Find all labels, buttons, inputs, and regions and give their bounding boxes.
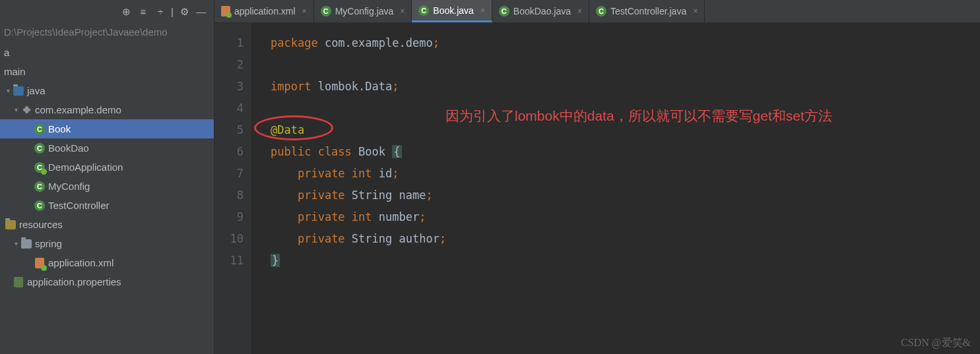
file-demoapplication[interactable]: C DemoApplication <box>0 158 214 177</box>
tab-label: Book.java <box>433 5 473 16</box>
class-icon: C <box>596 6 606 16</box>
class-icon: C <box>33 200 46 211</box>
folder-java[interactable]: ▾ java <box>0 81 214 100</box>
close-icon[interactable]: × <box>400 7 405 16</box>
tab-label: application.xml <box>234 6 296 16</box>
file-book[interactable]: C Book <box>0 119 214 138</box>
folder-resources[interactable]: resources <box>0 215 214 234</box>
tab-label: TestController.java <box>610 6 686 16</box>
folder-icon <box>12 86 25 96</box>
class-icon: C <box>418 5 429 16</box>
close-icon[interactable]: × <box>577 7 582 16</box>
watermark: CSDN @爱笑& <box>901 336 971 350</box>
project-tree: a main ▾ java ▾ com.example.demo C Book … <box>0 43 214 291</box>
chevron-down-icon: ▾ <box>4 82 12 100</box>
folder-icon <box>20 239 33 249</box>
tab-testcontroller[interactable]: C TestController.java × <box>589 0 705 22</box>
project-sidebar: ⊕ ≡ ÷ | ⚙ — D:\Projects\IdeaProject\Java… <box>0 0 214 354</box>
class-icon: C <box>321 6 331 16</box>
code-area[interactable]: package com.example.demo; import lombok.… <box>251 23 980 354</box>
class-icon: C <box>33 162 46 173</box>
file-testcontroller[interactable]: C TestController <box>0 196 214 215</box>
class-icon: C <box>33 143 46 154</box>
editor-tabs: application.xml × C MyConfig.java × C Bo… <box>214 0 980 23</box>
properties-icon <box>12 277 25 287</box>
file-application-xml[interactable]: application.xml <box>0 253 214 272</box>
chevron-down-icon: ▾ <box>12 235 20 253</box>
xml-icon <box>33 258 46 268</box>
tab-label: BookDao.java <box>513 6 571 16</box>
tab-myconfig[interactable]: C MyConfig.java × <box>314 0 412 22</box>
xml-icon <box>221 6 230 16</box>
tab-application-xml[interactable]: application.xml × <box>214 0 314 22</box>
file-application-props[interactable]: application.properties <box>0 272 214 291</box>
tab-label: MyConfig.java <box>335 6 394 16</box>
close-icon[interactable]: × <box>302 7 307 16</box>
target-icon[interactable]: ⊕ <box>117 3 135 20</box>
list-item[interactable]: main <box>0 62 214 81</box>
class-icon: C <box>33 124 46 134</box>
line-gutter: 123 456 789 1011 <box>214 23 251 354</box>
collapse-icon[interactable]: ÷ <box>152 3 169 20</box>
gear-icon[interactable]: ⚙ <box>176 3 193 20</box>
minimize-icon[interactable]: — <box>193 3 210 20</box>
class-icon: C <box>499 6 509 16</box>
class-icon: C <box>33 181 46 192</box>
close-icon[interactable]: × <box>693 7 698 16</box>
folder-icon <box>4 220 17 229</box>
folder-package[interactable]: ▾ com.example.demo <box>0 100 214 119</box>
breadcrumb: D:\Projects\IdeaProject\Javaee\demo <box>0 23 214 43</box>
sidebar-toolbar: ⊕ ≡ ÷ | ⚙ — <box>0 0 214 23</box>
package-icon <box>20 107 33 112</box>
expand-icon[interactable]: ≡ <box>135 3 152 20</box>
tab-bookdao[interactable]: C BookDao.java × <box>492 0 589 22</box>
folder-spring[interactable]: ▾ spring <box>0 234 214 253</box>
list-item[interactable]: a <box>0 43 214 62</box>
separator: | <box>169 3 176 20</box>
file-myconfig[interactable]: C MyConfig <box>0 177 214 196</box>
chevron-down-icon: ▾ <box>12 101 20 119</box>
code-editor[interactable]: 123 456 789 1011 package com.example.dem… <box>214 23 980 354</box>
file-bookdao[interactable]: C BookDao <box>0 138 214 158</box>
tab-book[interactable]: C Book.java × <box>412 0 492 22</box>
close-icon[interactable]: × <box>480 6 485 15</box>
